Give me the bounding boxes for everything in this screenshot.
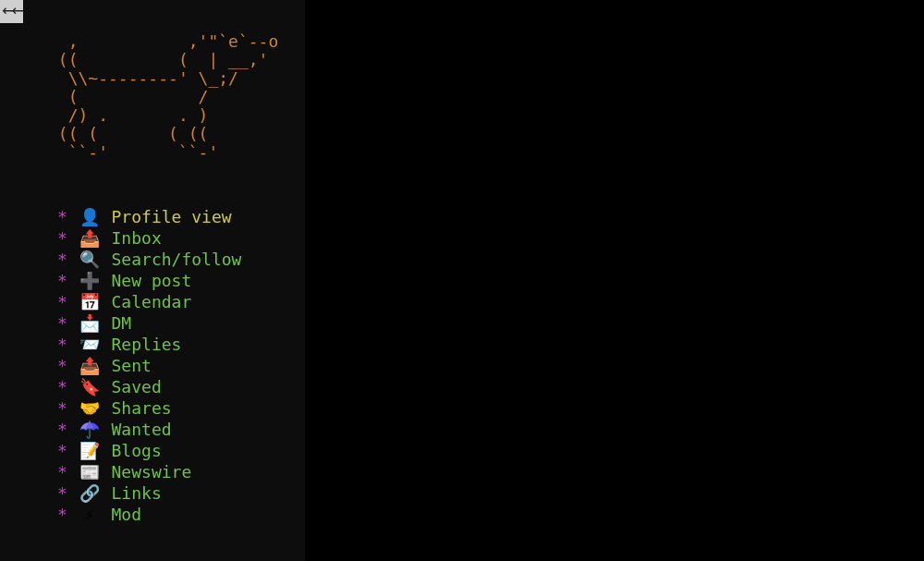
- bullet-icon: *: [57, 313, 67, 333]
- profile-view-icon: 👤: [78, 206, 102, 227]
- menu-item-shares[interactable]: * 🤝 Shares: [57, 397, 305, 419]
- bullet-icon: *: [57, 441, 67, 460]
- shares-icon: 🤝: [78, 397, 102, 419]
- menu-item-profile-view[interactable]: * 👤 Profile view: [57, 206, 305, 227]
- sidebar: , ,'"`e`--o (( ( | __,' \\~--------' \_;…: [0, 0, 305, 561]
- menu-item-new-post[interactable]: * ➕ New post: [57, 270, 305, 291]
- menu-label-shares[interactable]: Shares: [112, 398, 172, 418]
- menu-item-calendar[interactable]: * 📅 Calendar: [57, 291, 305, 312]
- bullet-icon: *: [57, 462, 67, 482]
- ascii-art-logo: , ,'"`e`--o (( ( | __,' \\~--------' \_;…: [0, 32, 305, 162]
- links-icon: 🔗: [78, 482, 102, 504]
- menu-item-dm[interactable]: * 📩 DM: [57, 312, 305, 334]
- back-button[interactable]: ←←: [0, 0, 23, 23]
- menu-label-links[interactable]: Links: [112, 483, 162, 503]
- replies-icon: 📨: [78, 334, 102, 355]
- new-post-icon: ➕: [78, 270, 102, 291]
- menu-label-new-post[interactable]: New post: [112, 271, 192, 290]
- bullet-icon: *: [57, 335, 67, 354]
- dm-icon: 📩: [78, 312, 102, 334]
- menu-item-replies[interactable]: * 📨 Replies: [57, 334, 305, 355]
- bullet-icon: *: [57, 271, 67, 290]
- menu-item-search-follow[interactable]: * 🔍 Search/follow: [57, 249, 305, 270]
- bullet-icon: *: [57, 356, 67, 375]
- menu-label-mod[interactable]: Mod: [112, 505, 142, 524]
- menu-label-newswire[interactable]: Newswire: [112, 462, 192, 482]
- sent-icon: 📤: [78, 355, 102, 376]
- bullet-icon: *: [57, 250, 67, 269]
- menu-label-replies[interactable]: Replies: [112, 335, 182, 354]
- blogs-icon: 📝: [78, 440, 102, 461]
- menu-label-wanted[interactable]: Wanted: [112, 420, 172, 439]
- nav-menu: * 👤 Profile view* 📤 Inbox* 🔍 Search/foll…: [0, 206, 305, 525]
- saved-icon: 🔖: [78, 376, 102, 397]
- menu-item-sent[interactable]: * 📤 Sent: [57, 355, 305, 376]
- menu-item-newswire[interactable]: * 📰 Newswire: [57, 461, 305, 482]
- menu-item-saved[interactable]: * 🔖 Saved: [57, 376, 305, 397]
- bullet-icon: *: [57, 292, 67, 311]
- menu-item-mod[interactable]: * ⚡ Mod: [57, 504, 305, 525]
- mod-icon: ⚡: [78, 504, 102, 525]
- menu-label-blogs[interactable]: Blogs: [112, 441, 162, 460]
- menu-label-saved[interactable]: Saved: [112, 377, 162, 396]
- bullet-icon: *: [57, 207, 67, 226]
- menu-item-links[interactable]: * 🔗 Links: [57, 482, 305, 504]
- menu-label-calendar[interactable]: Calendar: [112, 292, 192, 311]
- wanted-icon: ☂️: [78, 419, 102, 440]
- bullet-icon: *: [57, 505, 67, 524]
- bullet-icon: *: [57, 228, 67, 248]
- menu-item-blogs[interactable]: * 📝 Blogs: [57, 440, 305, 461]
- newswire-icon: 📰: [78, 461, 102, 482]
- menu-label-search-follow[interactable]: Search/follow: [112, 250, 242, 269]
- search-follow-icon: 🔍: [78, 249, 102, 270]
- bullet-icon: *: [57, 420, 67, 439]
- menu-label-sent[interactable]: Sent: [112, 356, 152, 375]
- bullet-icon: *: [57, 377, 67, 396]
- menu-label-profile-view[interactable]: Profile view: [112, 207, 232, 226]
- calendar-icon: 📅: [78, 291, 102, 312]
- menu-item-wanted[interactable]: * ☂️ Wanted: [57, 419, 305, 440]
- menu-item-inbox[interactable]: * 📤 Inbox: [57, 227, 305, 249]
- bullet-icon: *: [57, 398, 67, 418]
- menu-label-inbox[interactable]: Inbox: [112, 228, 162, 248]
- bullet-icon: *: [57, 483, 67, 503]
- inbox-icon: 📤: [78, 227, 102, 249]
- menu-label-dm[interactable]: DM: [112, 313, 132, 333]
